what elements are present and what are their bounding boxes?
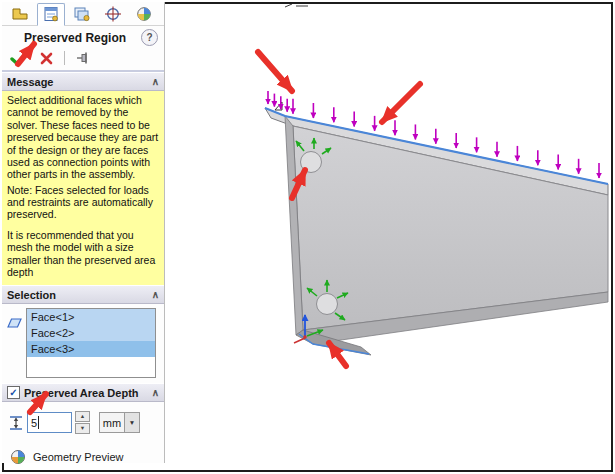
selection-section-label: Selection bbox=[7, 289, 56, 301]
spin-down-button[interactable]: ▼ bbox=[75, 423, 90, 434]
dimxpert-tab[interactable] bbox=[99, 3, 127, 26]
message-paragraph: It is recommended that you mesh the mode… bbox=[7, 229, 160, 279]
property-manager-panel: Preserved Region ? Message ∧ Select addi… bbox=[2, 2, 165, 463]
geometry-preview-button[interactable]: Geometry Preview bbox=[9, 449, 164, 465]
selected-faces-listbox[interactable]: Face<1> Face<2> Face<3> bbox=[26, 308, 156, 378]
geometry-preview-label: Geometry Preview bbox=[33, 451, 123, 463]
geometry-preview-icon bbox=[9, 449, 27, 465]
depth-input-row: 5 ▲ ▼ mm ▼ bbox=[2, 402, 164, 440]
collapse-chevron-icon[interactable]: ∧ bbox=[152, 77, 159, 87]
message-section-label: Message bbox=[7, 76, 53, 88]
text-caret bbox=[38, 416, 39, 429]
unit-value: mm bbox=[100, 417, 124, 429]
panel-action-bar bbox=[2, 47, 164, 72]
selection-section-header[interactable]: Selection ∧ bbox=[2, 285, 164, 304]
property-manager-tab[interactable] bbox=[37, 3, 65, 26]
graphics-viewport[interactable] bbox=[165, 4, 609, 466]
panel-title-row: Preserved Region ? bbox=[2, 26, 164, 47]
preserved-face-circle bbox=[317, 294, 338, 315]
app-window: Preserved Region ? Message ∧ Select addi… bbox=[0, 0, 615, 474]
pushpin-icon[interactable] bbox=[76, 51, 92, 65]
depth-spinner: ▲ ▼ bbox=[75, 411, 90, 434]
list-item[interactable]: Face<3> bbox=[27, 341, 155, 357]
depth-value: 5 bbox=[31, 417, 37, 429]
message-box: Select additional faces which cannot be … bbox=[2, 91, 164, 285]
load-arrows-left bbox=[268, 91, 287, 112]
list-item[interactable]: Face<1> bbox=[27, 309, 155, 325]
depth-value-input[interactable]: 5 bbox=[27, 412, 72, 433]
message-paragraph: Note: Faces selected for loads and restr… bbox=[7, 184, 160, 221]
depth-section-label: Preserved Area Depth bbox=[24, 387, 139, 399]
help-icon[interactable]: ? bbox=[141, 29, 158, 46]
preserved-face-circle bbox=[301, 152, 322, 173]
message-section-header[interactable]: Message ∧ bbox=[2, 72, 164, 91]
cancel-button[interactable] bbox=[40, 52, 53, 65]
clipped-annotation bbox=[275, 4, 308, 110]
selection-body: Face<1> Face<2> Face<3> bbox=[2, 304, 164, 383]
page-title: Preserved Region bbox=[24, 31, 126, 45]
spin-up-button[interactable]: ▲ bbox=[75, 411, 90, 422]
configuration-manager-tab-icon bbox=[73, 6, 91, 22]
dimxpert-tab-icon bbox=[104, 6, 122, 22]
list-item[interactable]: Face<2> bbox=[27, 325, 155, 341]
ok-button[interactable] bbox=[10, 50, 29, 66]
display-manager-tab-icon bbox=[135, 6, 153, 22]
feature-manager-tab[interactable] bbox=[6, 3, 34, 26]
model-view bbox=[165, 4, 609, 466]
collapse-chevron-icon[interactable]: ∧ bbox=[152, 388, 159, 398]
manager-tab-bar bbox=[2, 2, 164, 26]
property-manager-tab-icon bbox=[42, 6, 60, 22]
feature-manager-tab-icon bbox=[11, 6, 29, 22]
unit-dropdown[interactable]: mm ▼ bbox=[99, 412, 140, 433]
depth-section-header[interactable]: ✓ Preserved Area Depth ∧ bbox=[2, 383, 164, 402]
action-divider bbox=[64, 51, 65, 65]
message-paragraph: Select additional faces which cannot be … bbox=[7, 94, 160, 181]
face-select-icon bbox=[6, 316, 23, 330]
dropdown-arrow-icon[interactable]: ▼ bbox=[124, 413, 139, 432]
collapse-chevron-icon[interactable]: ∧ bbox=[152, 290, 159, 300]
depth-checkbox[interactable]: ✓ bbox=[7, 386, 20, 399]
depth-dimension-icon bbox=[8, 415, 24, 431]
display-manager-tab[interactable] bbox=[130, 3, 158, 26]
configuration-manager-tab[interactable] bbox=[68, 3, 96, 26]
